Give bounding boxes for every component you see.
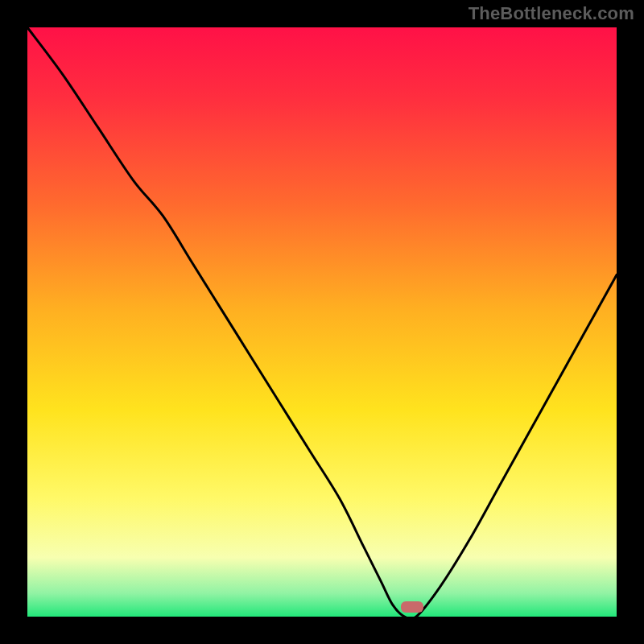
bottleneck-curve-chart — [0, 0, 644, 644]
chart-frame: TheBottleneck.com — [0, 0, 644, 644]
optimal-marker — [401, 601, 423, 613]
watermark-text: TheBottleneck.com — [469, 3, 634, 24]
plot-area — [27, 27, 617, 617]
